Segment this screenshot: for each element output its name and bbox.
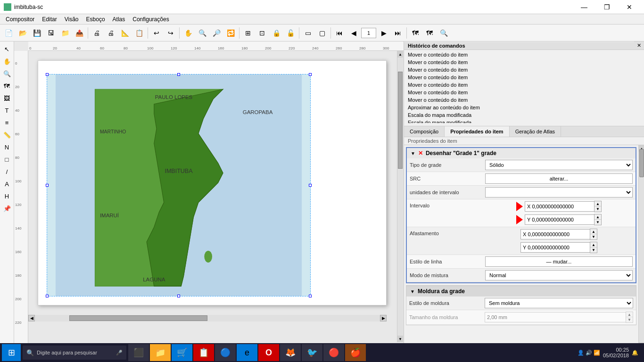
history-item[interactable]: Mover o conteúdo do item xyxy=(404,96,644,104)
tb-redo[interactable]: ↪ xyxy=(164,26,177,40)
intervalo-x-input[interactable] xyxy=(525,201,594,212)
history-item[interactable]: Mover o conteúdo do item xyxy=(404,74,644,81)
handle-ml[interactable] xyxy=(46,184,49,187)
lt-addmap[interactable]: 🗺 xyxy=(1,80,13,91)
afastamento-x-up[interactable]: ▲ xyxy=(590,229,597,234)
tb-zoomin[interactable]: 🔍 xyxy=(196,26,209,40)
afastamento-x-input[interactable] xyxy=(520,229,590,239)
lt-addimg[interactable]: 🖼 xyxy=(1,92,13,104)
task-app4[interactable]: 📋 xyxy=(193,344,214,361)
tb-print2[interactable]: 🖨 xyxy=(104,26,117,40)
tb-new[interactable]: 📄 xyxy=(2,26,15,40)
history-item[interactable]: Escala do mapa modificada xyxy=(404,119,644,123)
tb-nav-prev[interactable]: ◀ xyxy=(347,26,360,40)
scroll-left-btn[interactable]: ◀ xyxy=(28,315,35,321)
tab-composicao[interactable]: Composição xyxy=(404,126,445,137)
task-chrome[interactable]: 🔵 xyxy=(215,344,236,361)
lt-zoom[interactable]: 🔍 xyxy=(1,68,13,79)
lt-addnorth[interactable]: N xyxy=(1,141,13,153)
intervalo-y-up[interactable]: ▲ xyxy=(594,214,601,220)
tb-print[interactable]: 🖨 xyxy=(90,26,103,40)
start-button[interactable]: ⊞ xyxy=(2,344,21,361)
tb-snap1[interactable]: ⊞ xyxy=(241,26,255,40)
handle-bm[interactable] xyxy=(177,295,180,297)
menu-configuracoes[interactable]: Configurações xyxy=(129,15,173,24)
estilo-moldura-select[interactable]: Sem moldura Moldura simples xyxy=(485,298,633,308)
history-item[interactable]: Escala do mapa modificada xyxy=(404,111,644,119)
scroll-right-btn[interactable]: ▶ xyxy=(380,315,387,321)
canvas-inner[interactable]: PAULO LOPES GAROPABA MARTINHO IMBITUBA I… xyxy=(28,51,404,349)
scroll-down-btn[interactable]: ▼ xyxy=(397,336,403,342)
tb-pan[interactable]: ✋ xyxy=(182,26,195,40)
moldura-header[interactable]: ▼ Moldura da grade xyxy=(406,286,636,296)
close-button[interactable]: ✕ xyxy=(619,0,640,14)
minimize-button[interactable]: — xyxy=(573,0,595,14)
tamanho-moldura-down[interactable]: ▼ xyxy=(626,317,633,322)
afastamento-y-up[interactable]: ▲ xyxy=(590,242,597,247)
handle-mr[interactable] xyxy=(309,184,312,187)
tb-saveas[interactable]: 🖫 xyxy=(44,26,58,40)
lt-pan[interactable]: ✋ xyxy=(1,56,13,67)
lt-addtext[interactable]: T xyxy=(1,105,13,116)
menu-compositor[interactable]: Compositor xyxy=(2,15,38,24)
intervalo-y-input[interactable] xyxy=(525,214,594,225)
search-box[interactable]: 🔍 Digite aqui para pesquisar 🎤 xyxy=(23,346,126,360)
tb-snap2[interactable]: ⊡ xyxy=(256,26,269,40)
tb-move[interactable]: 📐 xyxy=(118,26,132,40)
afastamento-y-down[interactable]: ▼ xyxy=(590,247,597,253)
afastamento-y-input[interactable] xyxy=(520,242,590,253)
tab-propriedades[interactable]: Propriedades do item xyxy=(445,126,509,137)
handle-tm[interactable] xyxy=(177,73,180,76)
props-scroll-thumb[interactable] xyxy=(639,149,644,177)
tb-open[interactable]: 📂 xyxy=(16,26,29,40)
lt-addline[interactable]: / xyxy=(1,166,13,177)
tb-rect2[interactable]: ▢ xyxy=(315,26,329,40)
notification-icon[interactable]: 🔔 xyxy=(632,350,638,356)
task-explorer[interactable]: 📁 xyxy=(150,344,171,361)
intervalo-x-down[interactable]: ▼ xyxy=(594,206,601,212)
tb-export[interactable]: 📤 xyxy=(73,26,86,40)
tb-atlas[interactable]: 🗺 xyxy=(409,26,422,40)
task-app10[interactable]: 🍎 xyxy=(345,344,366,361)
lt-select[interactable]: ↖ xyxy=(1,43,13,55)
tb-nav-last[interactable]: ⏭ xyxy=(391,26,405,40)
grade-header[interactable]: ▼ ✕ Desenhar "Grade 1" grade xyxy=(407,148,636,158)
menu-esboco[interactable]: Esboço xyxy=(83,15,109,24)
grade-disable-btn[interactable]: ✕ xyxy=(418,150,423,156)
v-scroll-thumb[interactable] xyxy=(398,72,403,169)
handle-tr[interactable] xyxy=(309,73,312,76)
history-item[interactable]: Aproximar ao conteúdo do item xyxy=(404,104,644,111)
intervalo-x-up[interactable]: ▲ xyxy=(594,201,601,206)
lt-addhtml[interactable]: H xyxy=(1,190,13,202)
history-item[interactable]: Mover o conteúdo do item xyxy=(404,89,644,96)
tb-atlas2[interactable]: 🗺 xyxy=(423,26,436,40)
history-item[interactable]: Mover o conteúdo do item xyxy=(404,66,644,74)
menu-atlas[interactable]: Atlas xyxy=(109,15,129,24)
menu-editar[interactable]: Editar xyxy=(38,15,60,24)
history-item[interactable]: Mover o conteúdo do item xyxy=(404,81,644,89)
tb-lock2[interactable]: 🔓 xyxy=(284,26,297,40)
tipo-select[interactable]: Sólido Cruz Marcadores Sem grade xyxy=(485,160,633,170)
h-scrollbar[interactable]: ◀ ▶ xyxy=(28,315,387,321)
handle-br[interactable] xyxy=(309,295,312,297)
task-firefox[interactable]: 🦊 xyxy=(280,344,301,361)
lt-addattr[interactable]: A xyxy=(1,178,13,189)
intervalo-y-down[interactable]: ▼ xyxy=(594,220,601,225)
h-scroll-track[interactable] xyxy=(35,315,380,321)
task-taskview[interactable]: ⬛ xyxy=(128,344,149,361)
menu-visao[interactable]: Visão xyxy=(61,15,83,24)
handle-bl[interactable] xyxy=(46,295,49,297)
modo-mistura-select[interactable]: Normal Multiplicar Tela xyxy=(485,270,633,280)
tamanho-moldura-up[interactable]: ▲ xyxy=(626,312,633,317)
tb-pdf[interactable]: 📋 xyxy=(132,26,146,40)
history-close[interactable]: ✕ xyxy=(634,41,644,50)
tb-nav-next[interactable]: ▶ xyxy=(377,26,390,40)
history-item[interactable]: Mover o conteúdo do item xyxy=(404,51,644,58)
task-store[interactable]: 🛒 xyxy=(172,344,192,361)
src-alterar-btn[interactable]: alterar... xyxy=(485,173,633,184)
h-scroll-thumb[interactable] xyxy=(69,315,207,321)
lt-pin[interactable]: 📌 xyxy=(1,203,13,214)
estilo-linha-btn[interactable]: — mudar... xyxy=(485,256,633,267)
unidades-select[interactable]: Graus decimais Metros xyxy=(485,187,633,197)
tb-zoomfull[interactable]: 🔍 xyxy=(437,26,450,40)
